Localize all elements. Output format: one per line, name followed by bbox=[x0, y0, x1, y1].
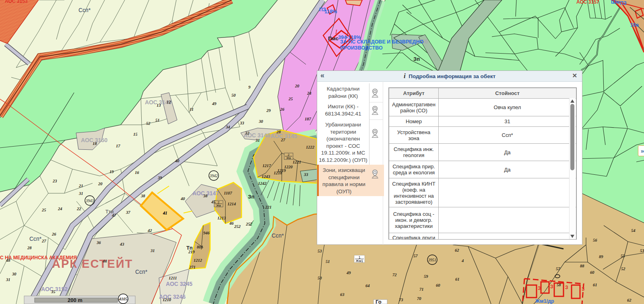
svg-text:52: 52 bbox=[621, 267, 625, 271]
svg-text:36: 36 bbox=[96, 240, 101, 245]
svg-text:71: 71 bbox=[419, 287, 424, 292]
svg-text:60: 60 bbox=[436, 283, 440, 287]
svg-text:ПЗ: ПЗ bbox=[620, 0, 627, 6]
svg-text:51: 51 bbox=[326, 259, 330, 264]
svg-text:1219: 1219 bbox=[277, 168, 286, 173]
svg-text:47: 47 bbox=[111, 213, 116, 217]
svg-text:187: 187 bbox=[305, 117, 312, 121]
svg-text:1222: 1222 bbox=[306, 145, 315, 149]
svg-text:200 m: 200 m bbox=[68, 297, 83, 303]
svg-text:801: 801 bbox=[197, 245, 203, 249]
svg-text:Зп: Зп bbox=[248, 194, 254, 200]
svg-text:29: 29 bbox=[266, 108, 271, 113]
svg-text:1210: 1210 bbox=[163, 298, 171, 302]
svg-text:9: 9 bbox=[248, 85, 251, 89]
svg-text:Го: Го bbox=[376, 299, 382, 304]
svg-text:40: 40 bbox=[180, 196, 185, 201]
svg-text:13: 13 bbox=[157, 103, 161, 108]
svg-text:43: 43 bbox=[120, 242, 124, 246]
svg-text:61: 61 bbox=[455, 277, 460, 281]
svg-text:Пмс: Пмс bbox=[328, 35, 339, 41]
svg-text:1211: 1211 bbox=[169, 276, 177, 280]
svg-text:ПРОИЗВОДСТВО: ПРОИЗВОДСТВО bbox=[340, 45, 383, 51]
svg-text:21: 21 bbox=[78, 184, 83, 188]
svg-text:70: 70 bbox=[417, 296, 421, 301]
svg-text:52: 52 bbox=[146, 121, 151, 126]
svg-text:58: 58 bbox=[557, 283, 561, 287]
svg-text:17: 17 bbox=[116, 144, 120, 148]
svg-text:16: 16 bbox=[135, 170, 139, 175]
svg-text:88: 88 bbox=[580, 264, 584, 268]
svg-text:42: 42 bbox=[147, 228, 152, 233]
svg-text:61: 61 bbox=[593, 283, 597, 287]
svg-text:1243: 1243 bbox=[262, 174, 270, 179]
svg-text:Жв: Жв bbox=[286, 156, 291, 160]
svg-text:39: 39 bbox=[157, 176, 162, 180]
svg-text:1212: 1212 bbox=[194, 258, 202, 263]
svg-text:28: 28 bbox=[276, 130, 281, 134]
svg-text:31: 31 bbox=[78, 191, 83, 196]
svg-text:1213: 1213 bbox=[217, 216, 226, 220]
svg-text:271: 271 bbox=[189, 265, 196, 269]
svg-text:1242: 1242 bbox=[258, 181, 267, 186]
svg-text:Шм: Шм bbox=[611, 0, 620, 5]
svg-text:221: 221 bbox=[265, 205, 272, 209]
svg-text:1217: 1217 bbox=[262, 163, 271, 168]
svg-text:72: 72 bbox=[392, 273, 397, 277]
svg-text:Ссп*: Ссп* bbox=[272, 232, 284, 239]
svg-text:44: 44 bbox=[102, 259, 107, 263]
svg-text:946: 946 bbox=[203, 231, 210, 235]
svg-text:31: 31 bbox=[150, 248, 155, 253]
svg-text:27: 27 bbox=[281, 138, 285, 142]
svg-text:4105: 4105 bbox=[119, 297, 128, 301]
svg-text:Ссп*: Ссп* bbox=[78, 7, 91, 13]
svg-text:20: 20 bbox=[98, 182, 103, 186]
svg-text:4: 4 bbox=[461, 259, 464, 263]
svg-text:51: 51 bbox=[155, 118, 160, 122]
svg-text:49: 49 bbox=[212, 101, 217, 106]
svg-text:38: 38 bbox=[140, 194, 145, 198]
svg-text:35: 35 bbox=[51, 290, 56, 294]
svg-text:АОС 3245: АОС 3245 bbox=[166, 281, 192, 287]
svg-text:26: 26 bbox=[52, 232, 56, 236]
svg-text:31: 31 bbox=[6, 277, 10, 282]
svg-text:38: 38 bbox=[203, 194, 208, 198]
svg-text:З: З bbox=[550, 284, 553, 290]
svg-text:118%: 118% bbox=[324, 9, 337, 14]
svg-text:60: 60 bbox=[590, 270, 594, 275]
svg-text:23: 23 bbox=[52, 179, 57, 183]
svg-text:Жм1/др: Жм1/др bbox=[535, 298, 554, 304]
svg-text:АОС 3157: АОС 3157 bbox=[576, 0, 599, 5]
svg-text:55: 55 bbox=[621, 254, 625, 258]
svg-text:54: 54 bbox=[631, 228, 636, 233]
svg-text:30: 30 bbox=[258, 119, 263, 124]
svg-text:57: 57 bbox=[413, 254, 418, 258]
svg-text:22: 22 bbox=[76, 207, 81, 211]
svg-text:46: 46 bbox=[229, 221, 234, 225]
svg-text:73: 73 bbox=[399, 298, 403, 302]
svg-text:11: 11 bbox=[190, 107, 194, 112]
svg-text:18: 18 bbox=[93, 141, 97, 146]
svg-text:57: 57 bbox=[556, 267, 560, 271]
svg-text:З: З bbox=[565, 285, 568, 290]
svg-text:Зп: Зп bbox=[413, 56, 420, 62]
svg-text:30: 30 bbox=[12, 272, 17, 276]
svg-text:62: 62 bbox=[627, 298, 632, 302]
svg-text:12: 12 bbox=[167, 100, 171, 104]
svg-text:Жм1: Жм1 bbox=[356, 259, 363, 263]
svg-text:1107: 1107 bbox=[224, 191, 232, 195]
svg-text:40: 40 bbox=[175, 159, 180, 163]
svg-text:45: 45 bbox=[211, 200, 216, 204]
svg-text:89: 89 bbox=[599, 254, 603, 259]
svg-text:49: 49 bbox=[346, 271, 351, 275]
svg-text:37: 37 bbox=[126, 210, 130, 215]
svg-text:219: 219 bbox=[188, 250, 195, 254]
svg-text:50: 50 bbox=[318, 276, 322, 280]
svg-text:59: 59 bbox=[424, 274, 428, 279]
svg-text:3943: 3943 bbox=[85, 199, 94, 203]
svg-text:15: 15 bbox=[133, 132, 138, 136]
svg-text:63: 63 bbox=[340, 292, 345, 297]
svg-text:25: 25 bbox=[41, 208, 46, 212]
svg-text:257: 257 bbox=[246, 222, 253, 226]
svg-text:31: 31 bbox=[255, 138, 260, 143]
